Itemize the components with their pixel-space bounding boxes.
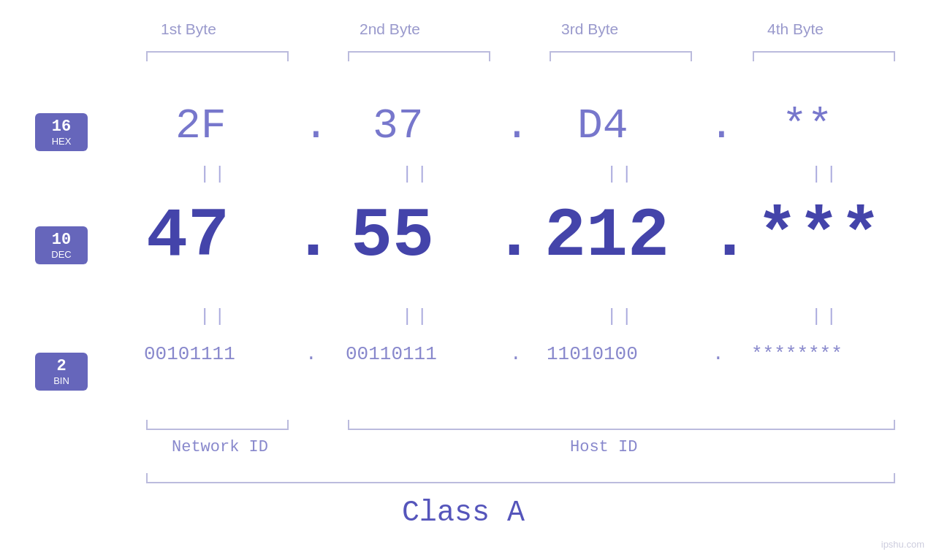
class-label: Class A <box>402 496 525 529</box>
bin-dot-2: . <box>510 343 522 365</box>
dec-val-4: *** <box>756 197 881 276</box>
byte4-header: 4th Byte <box>767 20 824 38</box>
dec-dot-2: . <box>493 197 535 276</box>
bin-number: 2 <box>38 357 85 375</box>
watermark: ipshu.com <box>881 539 924 550</box>
hex-label: HEX <box>38 136 85 147</box>
eq1-4: || <box>811 164 841 184</box>
dec-dot-1: . <box>292 197 334 276</box>
bracket-top-3 <box>550 51 692 61</box>
dec-val-2: 55 <box>351 197 434 276</box>
hex-val-2: 37 <box>373 102 424 150</box>
bracket-bottom-network <box>146 420 289 430</box>
dec-badge: 10 DEC <box>35 226 88 264</box>
host-id-label: Host ID <box>570 438 637 456</box>
eq2-1: || <box>199 307 229 326</box>
hex-val-1: 2F <box>175 102 227 150</box>
byte3-header: 3rd Byte <box>561 20 618 38</box>
dec-number: 10 <box>38 231 85 249</box>
bin-dot-3: . <box>712 343 724 365</box>
dec-val-3: 212 <box>544 197 669 276</box>
hex-number: 16 <box>38 118 85 136</box>
bin-val-3: 11010100 <box>547 343 638 365</box>
hex-dot-2: . <box>504 102 530 150</box>
eq1-2: || <box>402 164 432 184</box>
dec-val-1: 47 <box>146 197 229 276</box>
hex-dot-1: . <box>303 102 329 150</box>
bracket-top-4 <box>753 51 895 61</box>
bracket-top-2 <box>348 51 490 61</box>
eq1-1: || <box>199 164 229 184</box>
bin-badge: 2 BIN <box>35 353 88 391</box>
dec-label: DEC <box>38 249 85 260</box>
hex-badge: 16 HEX <box>35 113 88 151</box>
bin-dot-1: . <box>305 343 317 365</box>
eq2-4: || <box>811 307 841 326</box>
hex-val-3: D4 <box>577 102 628 150</box>
network-id-label: Network ID <box>172 438 268 456</box>
eq2-2: || <box>402 307 432 326</box>
byte1-header: 1st Byte <box>161 20 216 38</box>
bracket-bottom-host <box>348 420 895 430</box>
bin-label: BIN <box>38 375 85 386</box>
page: 1st Byte 2nd Byte 3rd Byte 4th Byte 16 H… <box>0 0 939 560</box>
eq2-3: || <box>607 307 636 326</box>
byte2-header: 2nd Byte <box>360 20 420 38</box>
bracket-big-bottom <box>146 473 895 483</box>
hex-dot-3: . <box>709 102 734 150</box>
bin-val-4: ******** <box>751 343 843 365</box>
hex-val-4: ** <box>782 102 833 150</box>
dec-dot-3: . <box>709 197 750 276</box>
bracket-top-1 <box>146 51 289 61</box>
bin-val-1: 00101111 <box>144 343 235 365</box>
eq1-3: || <box>607 164 636 184</box>
bin-val-2: 00110111 <box>346 343 437 365</box>
